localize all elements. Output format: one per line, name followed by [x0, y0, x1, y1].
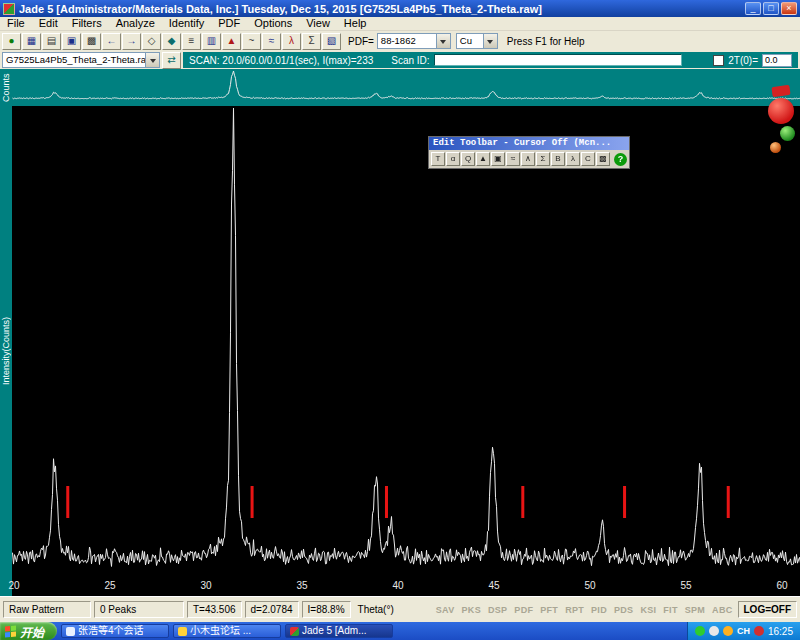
menu-analyze[interactable]: Analyze	[109, 17, 162, 30]
minimize-button[interactable]: _	[745, 2, 761, 15]
maximize-button[interactable]: □	[763, 2, 779, 15]
ime-language-indicator[interactable]: CH	[737, 626, 750, 636]
chevron-down-icon[interactable]	[483, 34, 497, 48]
menu-help[interactable]: Help	[337, 17, 374, 30]
anode-combo-value: Cu	[457, 34, 483, 48]
taskbar-task-chat[interactable]: 张浩等4个会话	[61, 624, 169, 638]
update-tray-icon[interactable]	[723, 626, 733, 636]
security-tray-icon[interactable]	[754, 626, 764, 636]
xrd-plot-canvas[interactable]	[12, 106, 800, 578]
print-icon[interactable]: ▤	[42, 33, 61, 50]
copy-icon[interactable]: ▣	[62, 33, 81, 50]
taskbar-task-browser[interactable]: 小木虫论坛 ...	[173, 624, 281, 638]
plot-area: Intensity(Counts) 20 25 30 35 40 45 50 5…	[0, 106, 800, 596]
status-button-pks[interactable]: PKS	[460, 605, 483, 615]
x-tick-30: 30	[200, 580, 211, 591]
desktop-ornament-widget[interactable]	[763, 86, 799, 166]
overview-y-label: Counts	[0, 69, 12, 106]
status-button-pdf[interactable]: PDF	[512, 605, 535, 615]
zoom-tool-button[interactable]: Q	[461, 152, 475, 166]
profile-fit-button[interactable]: ∧	[521, 152, 535, 166]
x-tick-50: 50	[584, 580, 595, 591]
report-icon[interactable]: ▧	[322, 33, 341, 50]
status-button-rpt[interactable]: RPT	[563, 605, 586, 615]
overview-canvas[interactable]	[12, 69, 800, 106]
start-button[interactable]: 开始	[0, 622, 57, 640]
menu-edit[interactable]: Edit	[32, 17, 65, 30]
scan-id-field[interactable]	[434, 54, 682, 66]
antivirus-tray-icon[interactable]	[695, 626, 705, 636]
text-tool-button[interactable]: T	[431, 152, 445, 166]
menu-options[interactable]: Options	[247, 17, 299, 30]
zoom-out-icon[interactable]: ◇	[142, 33, 161, 50]
paste-icon[interactable]: ▩	[82, 33, 101, 50]
x-axis-units-label: Theta(°)	[354, 604, 398, 615]
chevron-down-icon[interactable]	[436, 34, 450, 48]
menu-identify[interactable]: Identify	[162, 17, 211, 30]
taskbar-task-jade[interactable]: Jade 5 [Adm...	[285, 624, 393, 638]
status-button-dsp[interactable]: DSP	[486, 605, 509, 615]
status-button-pid[interactable]: PID	[589, 605, 609, 615]
overlay-icon[interactable]: ≡	[182, 33, 201, 50]
status-button-sav[interactable]: SAV	[434, 605, 457, 615]
x-tick-20: 20	[8, 580, 19, 591]
desktop: Jade 5 [Administrator/Materials Data, In…	[0, 0, 800, 640]
help-button[interactable]: ?	[614, 153, 627, 166]
background-fit-button[interactable]: B	[551, 152, 565, 166]
main-toolbar: ● ▦ ▤ ▣ ▩ ← → ◇ ◆ ≡ ▥ ▲ ~ ≈ λ Σ ▧ PDF= 8…	[0, 31, 800, 51]
menu-pdf[interactable]: PDF	[211, 17, 247, 30]
refresh-icon[interactable]: ⇄	[162, 52, 181, 69]
title-bar: Jade 5 [Administrator/Materials Data, In…	[0, 0, 800, 17]
clock[interactable]: 16:25	[768, 626, 793, 637]
open-file-icon[interactable]: ●	[2, 33, 21, 50]
menu-file[interactable]: File	[0, 17, 32, 30]
fit-background-icon[interactable]: ~	[242, 33, 261, 50]
task-label: Jade 5 [Adm...	[302, 625, 366, 637]
edit-toolbar-buttons: T α Q ▲ ▣ ≈ ∧ Σ B λ C ▩ ?	[429, 150, 629, 168]
calculator-icon[interactable]: Σ	[302, 33, 321, 50]
smooth-icon[interactable]: ≈	[262, 33, 281, 50]
summation-button[interactable]: Σ	[536, 152, 550, 166]
strip-kalpha2-icon[interactable]: λ	[282, 33, 301, 50]
save-icon[interactable]: ▦	[22, 33, 41, 50]
status-bar: Raw Pattern 0 Peaks T=43.506 d=2.0784 I=…	[0, 596, 800, 622]
edit-toolbar-titlebar[interactable]: Edit Toolbar - Cursor Off (Mcn...	[429, 137, 629, 150]
task-label: 小木虫论坛 ...	[190, 625, 251, 637]
menu-view[interactable]: View	[299, 17, 337, 30]
kalpha2-strip-button[interactable]: α	[446, 152, 460, 166]
status-button-fit[interactable]: FIT	[661, 605, 679, 615]
redo-icon[interactable]: →	[122, 33, 141, 50]
status-button-pft[interactable]: PFT	[538, 605, 560, 615]
x-tick-55: 55	[680, 580, 691, 591]
find-peaks-icon[interactable]: ▲	[222, 33, 241, 50]
area-tool-button[interactable]: ▣	[491, 152, 505, 166]
wavelength-button[interactable]: λ	[566, 152, 580, 166]
undo-icon[interactable]: ←	[102, 33, 121, 50]
status-button-ksi[interactable]: KSI	[638, 605, 658, 615]
peak-find-button[interactable]: ▲	[476, 152, 490, 166]
edit-toolbar-window[interactable]: Edit Toolbar - Cursor Off (Mcn... T α Q …	[428, 136, 630, 169]
task-label: 张浩等4个会话	[78, 625, 144, 637]
status-button-pds[interactable]: PDS	[612, 605, 635, 615]
messenger-tray-icon[interactable]	[709, 626, 719, 636]
file-combo[interactable]: G7525La4Pb5_Theta_2-Theta.raw	[2, 52, 160, 68]
log-scale-toggle[interactable]: LOG=OFF	[738, 601, 798, 618]
smooth-tool-button[interactable]: ≈	[506, 152, 520, 166]
grid-toggle-button[interactable]: ▩	[596, 152, 610, 166]
zoom-full-icon[interactable]: ◆	[162, 33, 181, 50]
two-theta-input[interactable]	[762, 54, 792, 67]
status-button-abc[interactable]: ABC	[710, 605, 734, 615]
help-hint: Press F1 for Help	[507, 36, 585, 47]
menu-filters[interactable]: Filters	[65, 17, 109, 30]
status-button-spm[interactable]: SPM	[683, 605, 707, 615]
pdf-combo[interactable]: 88-1862	[377, 33, 451, 49]
two-theta-readout: T=43.506	[187, 601, 242, 618]
cursor-mode-button[interactable]: C	[581, 152, 595, 166]
y-axis-label: Intensity(Counts)	[0, 106, 12, 596]
chevron-down-icon[interactable]	[145, 53, 159, 67]
stack-windows-icon[interactable]: ▥	[202, 33, 221, 50]
scan-id-label: Scan ID:	[391, 55, 429, 66]
anode-combo[interactable]: Cu	[456, 33, 498, 49]
close-button[interactable]: ×	[781, 2, 797, 15]
two-theta-checkbox[interactable]	[713, 55, 724, 66]
